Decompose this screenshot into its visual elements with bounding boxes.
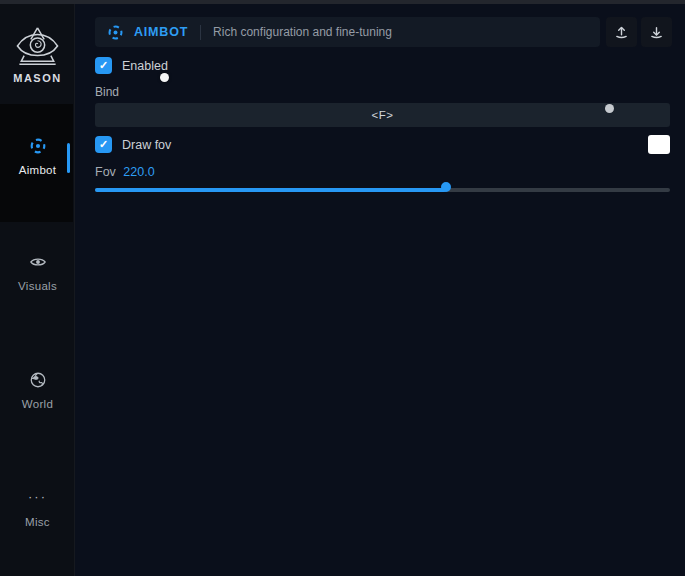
draw-fov-label: Draw fov (122, 138, 171, 152)
sidebar-item-world[interactable]: World (0, 371, 75, 412)
fov-color-swatch[interactable] (648, 135, 670, 154)
eye-icon (29, 253, 47, 271)
page-header: AIMBOT Rich configuration and fine-tunin… (95, 17, 600, 47)
fov-value: 220.0 (123, 165, 154, 179)
download-icon (649, 25, 664, 40)
bind-label: Bind (95, 85, 119, 99)
page-title: AIMBOT (134, 25, 188, 39)
enabled-label: Enabled (122, 59, 168, 73)
ellipsis-icon: ··· (0, 489, 75, 507)
brand-name: MASON (0, 72, 75, 84)
sidebar-item-label: Visuals (18, 280, 57, 292)
page-subtitle: Rich configuration and fine-tuning (213, 25, 392, 39)
fov-slider-thumb[interactable] (441, 182, 451, 192)
enabled-checkbox[interactable]: ✓ (95, 57, 112, 74)
fov-value-row: Fov 220.0 (95, 165, 155, 179)
sidebar-item-visuals[interactable]: Visuals (0, 253, 75, 294)
sidebar-item-aimbot[interactable]: Aimbot (0, 137, 75, 178)
fov-slider[interactable] (95, 188, 670, 192)
upload-icon (614, 25, 629, 40)
bind-input[interactable]: <F> (95, 103, 670, 127)
fov-slider-fill (95, 188, 446, 192)
check-icon: ✓ (99, 138, 108, 151)
draw-fov-checkbox[interactable]: ✓ (95, 136, 112, 153)
sidebar-item-misc[interactable]: ··· Misc (0, 489, 75, 530)
check-icon: ✓ (99, 59, 108, 72)
bind-value: <F> (372, 109, 394, 121)
globe-icon (29, 371, 47, 389)
sidebar-item-label: Aimbot (19, 164, 57, 176)
window-top-strip (0, 0, 685, 4)
download-config-button[interactable] (641, 17, 672, 47)
crosshair-icon (107, 24, 124, 41)
mason-logo-icon (14, 26, 61, 68)
crosshair-icon (29, 137, 47, 155)
sidebar-item-label: Misc (25, 516, 50, 528)
header-divider (200, 25, 201, 40)
fov-label: Fov (95, 165, 116, 179)
cursor-dot (160, 73, 169, 82)
sidebar-item-label: World (22, 398, 53, 410)
upload-config-button[interactable] (606, 17, 637, 47)
